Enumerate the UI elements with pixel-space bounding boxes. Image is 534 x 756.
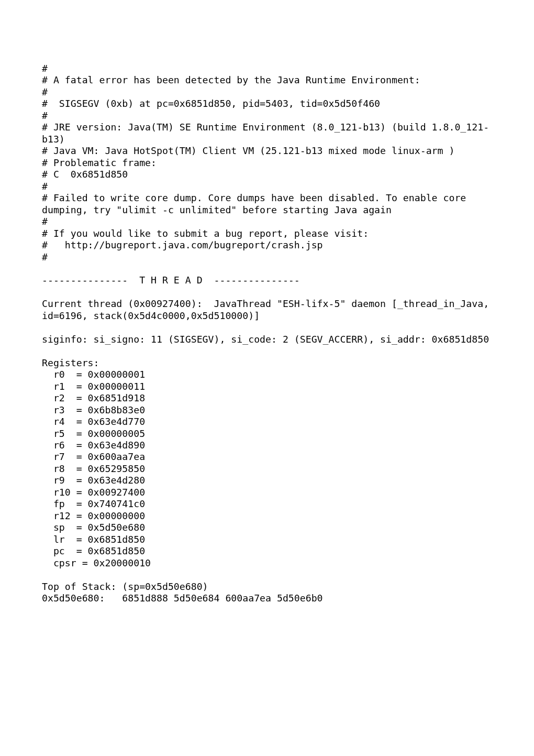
crash-log-text: # # A fatal error has been detected by t… — [42, 63, 492, 605]
